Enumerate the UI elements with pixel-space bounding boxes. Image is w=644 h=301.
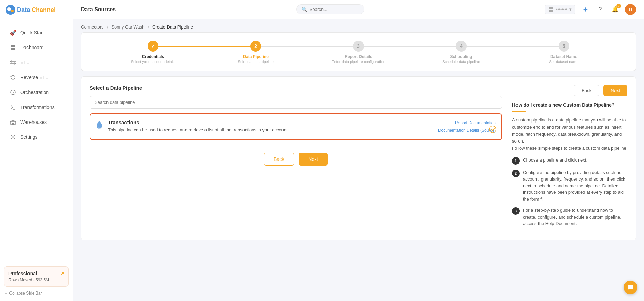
sparkle-button[interactable]	[580, 4, 590, 15]
help-step-2-text: Configure the pipeline by providing deta…	[523, 169, 627, 203]
svg-rect-9	[12, 123, 14, 125]
pipeline-area: Select a Data Pipeline Transactions This…	[81, 76, 636, 240]
pipeline-links: Report Documentation Documentation Detai…	[438, 119, 496, 134]
nav-label-quickstart: Quick Start	[20, 30, 44, 35]
step-1-circle: ✓	[148, 41, 158, 52]
search-input[interactable]	[310, 7, 359, 12]
pipeline-right: Back Next How do I create a new Custom D…	[512, 85, 627, 232]
sidebar-item-etl[interactable]: ETL	[3, 55, 70, 70]
sidebar-nav: 🚀 Quick Start Dashboard ETL Reverse ETL	[0, 21, 73, 262]
orchestration-icon	[9, 89, 16, 96]
pipeline-left: Select a Data Pipeline Transactions This…	[90, 85, 502, 232]
header-title: Data Sources	[81, 6, 116, 13]
breadcrumb-current: Create Data Pipeline	[152, 24, 193, 30]
dashboard-icon	[9, 44, 16, 51]
sidebar-item-transformations[interactable]: Transformations	[3, 100, 70, 114]
sidebar-item-orchestration[interactable]: Orchestration	[3, 85, 70, 99]
back-button-bottom[interactable]: Back	[264, 153, 294, 166]
back-button-top[interactable]: Back	[574, 85, 599, 96]
svg-point-2	[11, 10, 14, 12]
search-icon: 🔍	[301, 7, 307, 12]
svg-rect-4	[13, 45, 15, 47]
sidebar-item-settings[interactable]: Settings	[3, 130, 70, 144]
logo[interactable]: DataChannel	[0, 0, 73, 21]
logo-channel: Channel	[32, 6, 56, 14]
step-4-label: Scheduling	[450, 54, 472, 59]
svg-rect-13	[549, 10, 551, 12]
report-doc-link[interactable]: Report Documentation	[438, 119, 496, 127]
sidebar-bottom: Professional ↗ Rows Moved - 593.5M ← Col…	[0, 262, 73, 301]
pipeline-description: This pipeline can be used to request and…	[108, 127, 433, 133]
step-datapipeline: 2 Data Pipeline Select a data pipeline	[204, 41, 307, 64]
plan-link[interactable]: ↗	[61, 271, 64, 276]
help-step-3: 3 For a step-by-step guide to understand…	[512, 207, 627, 227]
plan-title: Professional ↗	[8, 271, 64, 276]
notifications-badge: 2	[616, 4, 621, 8]
svg-rect-14	[551, 10, 553, 12]
help-intro: A custom pipeline is a data pipeline tha…	[512, 117, 627, 152]
etl-icon	[9, 59, 16, 66]
workspace-selector[interactable]: •••••••• ▾	[545, 5, 575, 14]
svg-point-1	[7, 7, 11, 11]
nav-label-warehouses: Warehouses	[20, 119, 47, 125]
help-step-1: 1 Choose a pipeline and click next.	[512, 157, 627, 165]
help-step-2-num: 2	[512, 170, 520, 177]
svg-rect-3	[11, 45, 13, 47]
nav-label-reverse-etl: Reverse ETL	[20, 75, 48, 80]
step-4-circle: 4	[456, 41, 467, 52]
help-button[interactable]: ?	[595, 4, 605, 15]
sidebar-item-quickstart[interactable]: 🚀 Quick Start	[3, 25, 70, 40]
step-3-sublabel: Enter data pipeline configuration	[332, 60, 385, 64]
step-credentials: ✓ Credentials Select your account detail…	[102, 41, 204, 64]
settings-icon	[9, 134, 16, 140]
header: Data Sources 🔍 •••••••• ▾ ? 🔔 2 D	[73, 0, 644, 19]
step-5-circle: 5	[559, 41, 569, 52]
sidebar-item-reverse-etl[interactable]: Reverse ETL	[3, 70, 70, 84]
step-3-circle: 3	[353, 41, 364, 52]
nav-label-orchestration: Orchestration	[20, 90, 49, 95]
step-4-sublabel: Schedule data pipeline	[442, 60, 480, 64]
step-2-label: Data Pipeline	[243, 54, 269, 59]
step-datasetname: 5 Dataset Name Set dataset name	[512, 41, 615, 64]
notifications-button[interactable]: 🔔 2	[610, 4, 620, 15]
pipeline-water-icon	[96, 120, 103, 132]
pipeline-card-transactions[interactable]: Transactions This pipeline can be used t…	[90, 113, 502, 140]
collapse-sidebar-button[interactable]: ← Collapse Side Bar	[4, 289, 69, 297]
collapse-label: ← Collapse Side Bar	[4, 291, 42, 296]
help-step-1-text: Choose a pipeline and click next.	[523, 157, 587, 165]
next-button-top[interactable]: Next	[603, 85, 627, 96]
svg-point-15	[489, 126, 496, 133]
pipeline-name: Transactions	[108, 119, 433, 125]
svg-point-10	[12, 136, 14, 138]
step-5-label: Dataset Name	[550, 54, 577, 59]
transformations-icon	[9, 104, 16, 111]
main-area: Data Sources 🔍 •••••••• ▾ ? 🔔 2 D	[73, 0, 644, 301]
right-actions: Back Next	[512, 85, 627, 96]
search-pipeline-input[interactable]	[90, 96, 502, 109]
step-2-sublabel: Select a data pipeline	[238, 60, 274, 64]
sidebar-item-dashboard[interactable]: Dashboard	[3, 40, 70, 55]
help-step-2: 2 Configure the pipeline by providing de…	[512, 169, 627, 203]
breadcrumb: Connectors / Sonny Car Wash / Create Dat…	[73, 19, 644, 32]
chat-bubble-button[interactable]	[624, 281, 637, 294]
sidebar-item-warehouses[interactable]: Warehouses	[3, 115, 70, 129]
search-box[interactable]: 🔍	[296, 4, 364, 14]
avatar[interactable]: D	[625, 4, 636, 15]
next-button-bottom[interactable]: Next	[299, 153, 328, 166]
pipeline-section-title: Select a Data Pipeline	[90, 85, 502, 91]
pipeline-bottom-actions: Back Next	[90, 147, 502, 166]
steps-container: ✓ Credentials Select your account detail…	[81, 32, 636, 71]
step-3-label: Report Details	[345, 54, 372, 59]
help-step-3-text: For a step-by-step guide to understand h…	[523, 207, 627, 227]
plan-badge: Professional ↗ Rows Moved - 593.5M	[4, 266, 69, 287]
nav-label-settings: Settings	[20, 134, 38, 140]
header-right: •••••••• ▾ ? 🔔 2 D	[545, 4, 636, 15]
content-area: Connectors / Sonny Car Wash / Create Dat…	[73, 19, 644, 301]
breadcrumb-sonny[interactable]: Sonny Car Wash	[111, 24, 144, 30]
pipeline-check-icon	[489, 126, 496, 135]
nav-label-dashboard: Dashboard	[20, 45, 44, 50]
svg-rect-11	[549, 7, 551, 9]
breadcrumb-connectors[interactable]: Connectors	[81, 24, 103, 30]
step-scheduling: 4 Scheduling Schedule data pipeline	[410, 41, 512, 64]
doc-details-link[interactable]: Documentation Details (Source)	[438, 127, 496, 134]
